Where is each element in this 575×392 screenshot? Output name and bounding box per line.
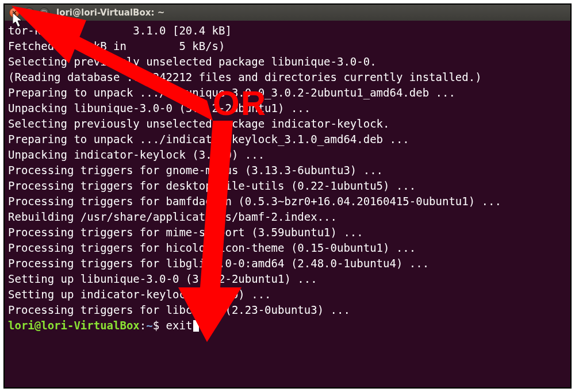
maximize-button[interactable]: ▢ [39,7,49,18]
window-title: lori@lori-VirtualBox: ~ [56,7,164,18]
titlebar[interactable]: × – ▢ lori@lori-VirtualBox: ~ [5,5,570,21]
prompt-user: lori@lori-VirtualBox [8,319,140,332]
window-frame: × – ▢ lori@lori-VirtualBox: ~ tor-keyloc… [3,3,572,389]
close-icon: × [12,9,17,16]
prompt-path: ~ [146,319,152,332]
minimize-icon: – [28,9,31,16]
terminal-lines: tor-keylock 3.1.0 [20.4 kB] Fetched 42.7… [8,24,501,316]
close-button[interactable]: × [9,7,20,18]
terminal-output[interactable]: tor-keylock 3.1.0 [20.4 kB] Fetched 42.7… [5,21,570,387]
prompt-symbol: $ [153,319,159,332]
command-input[interactable]: exit [166,319,193,332]
minimize-button[interactable]: – [24,7,34,18]
maximize-icon: ▢ [41,9,47,16]
text-cursor [193,320,199,332]
prompt-sep: : [140,319,146,332]
